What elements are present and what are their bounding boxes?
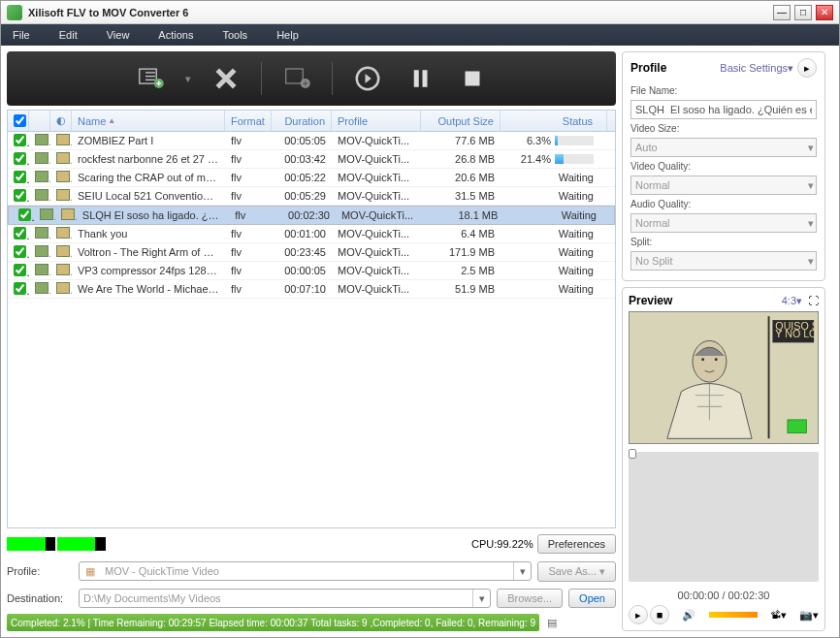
menu-edit[interactable]: Edit [59, 29, 78, 41]
preview-image: QUISO SY NO LO [629, 311, 819, 444]
preview-title: Preview [629, 294, 782, 307]
profile-combo[interactable]: ▦ ▾ [79, 561, 532, 581]
col-name[interactable]: Name▲ [72, 111, 225, 131]
cell-status: Waiting [501, 190, 607, 202]
open-button[interactable]: Open [568, 589, 616, 608]
row-checkbox[interactable] [14, 152, 26, 165]
profile-input[interactable] [101, 562, 513, 580]
table-row[interactable]: Scaring the CRAP out of my w...flv00:05:… [8, 169, 615, 187]
convert-button[interactable] [350, 61, 385, 96]
preferences-button[interactable]: Preferences [537, 534, 616, 554]
add-file-button[interactable] [133, 61, 168, 96]
select-all-checkbox[interactable] [14, 114, 26, 127]
profile-label: Profile: [7, 565, 73, 577]
close-button[interactable]: ✕ [816, 5, 833, 20]
svg-rect-6 [466, 72, 480, 86]
table-row[interactable]: VP3 compressor 24fps 1280x...flv00:00:05… [8, 262, 615, 280]
videoquality-select[interactable]: Normal▾ [630, 175, 817, 195]
preview-time: 00:00:00 / 00:02:30 [629, 590, 819, 601]
cell-status: Waiting [503, 209, 610, 221]
table-row[interactable]: Thank youflv00:01:00MOV-QuickTi...6.4 MB… [8, 225, 615, 243]
row-checkbox[interactable] [14, 171, 26, 183]
cell-format: flv [225, 135, 272, 146]
remove-button[interactable] [209, 61, 243, 96]
table-row[interactable]: SLQH El soso ha ligado. ¿Qui...flv00:02:… [8, 206, 615, 225]
cell-name: Thank you [72, 228, 225, 239]
cell-output: 51.9 MB [421, 283, 501, 295]
play-button[interactable]: ▸ [629, 605, 648, 624]
row-checkbox[interactable] [14, 245, 26, 258]
table-row[interactable]: rockfest narbonne 26 et 27 ju...flv00:03… [8, 150, 615, 169]
video-icon [35, 171, 48, 182]
format-icon [56, 245, 70, 257]
filename-input[interactable] [630, 100, 817, 119]
save-as-button: Save As... ▾ [537, 561, 616, 582]
video-icon [40, 208, 53, 220]
volume-slider[interactable] [709, 612, 758, 618]
format-icon [61, 208, 75, 220]
cell-duration: 00:05:29 [272, 190, 332, 202]
table-row[interactable]: Voltron - The Right Arm of Volt...flv00:… [8, 243, 615, 262]
filename-label: File Name: [630, 85, 817, 96]
volume-icon[interactable]: 🔊 [682, 609, 695, 622]
aspect-ratio[interactable]: 4:3▾ [782, 295, 802, 307]
audioquality-select[interactable]: Normal▾ [630, 213, 817, 233]
row-checkbox[interactable] [14, 189, 26, 202]
cell-name: Voltron - The Right Arm of Volt... [72, 246, 225, 258]
format-icon [56, 189, 70, 201]
svg-text:Y NO LO: Y NO LO [775, 329, 817, 340]
output-button[interactable] [279, 61, 314, 96]
cell-output: 6.4 MB [421, 228, 501, 239]
table-row[interactable]: We Are The World - Michael J...flv00:07:… [8, 280, 615, 299]
col-format[interactable]: Format [225, 111, 272, 131]
cell-status: Waiting [501, 172, 607, 183]
row-checkbox[interactable] [14, 282, 26, 295]
cell-duration: 00:00:05 [272, 265, 332, 276]
videosize-select[interactable]: Auto▾ [630, 138, 817, 157]
row-checkbox[interactable] [14, 264, 26, 276]
destination-combo[interactable]: ▾ [79, 589, 491, 608]
video-icon [35, 282, 48, 294]
col-profile[interactable]: Profile [332, 111, 421, 131]
basic-settings-link[interactable]: Basic Settings▾ [720, 62, 793, 75]
camera-icon[interactable]: 📷▾ [799, 609, 819, 622]
cpu-meter [7, 537, 468, 551]
cell-duration: 00:05:05 [272, 135, 332, 146]
fullscreen-icon[interactable]: ⛶ [808, 295, 819, 306]
svg-rect-1 [286, 69, 304, 83]
col-type-icon[interactable]: ◐ [50, 111, 72, 131]
table-row[interactable]: ZOMBIEZ Part Iflv00:05:05MOV-QuickTi...7… [8, 132, 615, 150]
menu-actions[interactable]: Actions [158, 29, 193, 41]
minimize-button[interactable]: — [773, 5, 791, 20]
col-duration[interactable]: Duration [272, 111, 332, 131]
row-checkbox[interactable] [14, 227, 26, 239]
stop-button[interactable] [455, 61, 490, 96]
row-checkbox[interactable] [14, 134, 26, 146]
cell-status: Waiting [501, 265, 607, 276]
maximize-button[interactable]: □ [794, 5, 812, 20]
snapshot-icon[interactable]: 📽▾ [770, 609, 787, 622]
col-status[interactable]: Status [501, 111, 607, 131]
stop-preview-button[interactable]: ■ [650, 605, 669, 624]
col-output[interactable]: Output Size [421, 111, 501, 131]
pause-button[interactable] [403, 61, 437, 96]
cell-format: flv [225, 190, 272, 202]
row-checkbox[interactable] [18, 208, 31, 221]
status-bar: Completed: 2.1% | Time Remaining: 00:29:… [7, 614, 539, 631]
chevron-down-icon[interactable]: ▾ [472, 590, 490, 607]
destination-input[interactable] [80, 590, 472, 607]
split-select[interactable]: No Split▾ [630, 251, 817, 271]
menu-view[interactable]: View [107, 29, 130, 41]
chevron-down-icon[interactable]: ▾ [513, 562, 531, 580]
menu-file[interactable]: File [13, 29, 30, 41]
menu-help[interactable]: Help [276, 29, 299, 41]
svg-point-13 [715, 358, 718, 361]
table-row[interactable]: SEIU Local 521 Convention Vi...flv00:05:… [8, 187, 615, 206]
seek-slider[interactable] [629, 452, 819, 583]
cell-output: 18.1 MB [425, 209, 504, 221]
cell-duration: 00:02:30 [275, 209, 336, 221]
detail-view-icon[interactable]: ▤ [543, 617, 561, 629]
menu-tools[interactable]: Tools [222, 29, 247, 41]
cell-status: Waiting [501, 246, 607, 258]
expand-button[interactable]: ▸ [797, 58, 817, 78]
